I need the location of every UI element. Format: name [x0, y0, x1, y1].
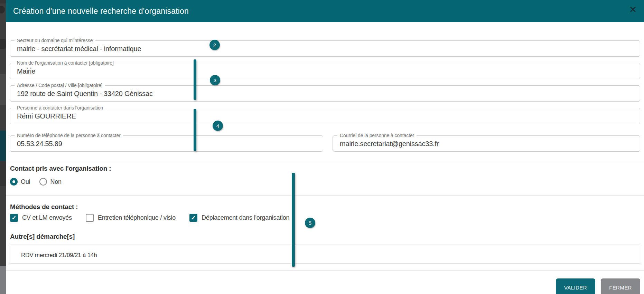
phone-field-value: 05.53.24.55.89 [17, 140, 62, 148]
other-steps-value: RDV mercredi 21/09/21 à 14h [21, 252, 97, 259]
sector-field-value: mairie - secrétariat médical - informati… [17, 45, 141, 53]
footer-divider [6, 270, 644, 271]
background-fragment [0, 6, 5, 13]
background-fragment [0, 266, 6, 294]
background-fragment [0, 131, 6, 161]
organization-name-value: Mairie [17, 67, 35, 75]
sector-field-label: Secteur ou domaine qui m'intéresse [15, 38, 95, 43]
phone-field[interactable]: Numéro de téléphone de la personne à con… [10, 135, 323, 152]
validate-button[interactable]: VALIDER [556, 278, 595, 294]
checkbox-option-label: Entretien téléphonique / visio [98, 214, 176, 221]
annotation-badge-4: 4 [213, 121, 223, 131]
checkbox-option-label: CV et LM envoyés [22, 214, 72, 221]
other-section-heading: Autre[s] démarche[s] [10, 233, 75, 240]
contact-person-label: Personne à contacter dans l'organisation [15, 105, 105, 111]
annotation-badge-5: 5 [305, 218, 315, 228]
radio-unselected-icon[interactable] [39, 178, 47, 186]
background-fragment [0, 0, 6, 3]
checkbox-option-cv-lm[interactable]: ✓ CV et LM envoyés [10, 214, 72, 222]
background-page-strip [0, 0, 6, 294]
address-field-label: Adresse / Code postal / Ville [obligatoi… [15, 83, 105, 88]
methods-section-heading: Méthodes de contact : [10, 203, 78, 211]
radio-selected-icon[interactable] [10, 178, 18, 186]
email-field[interactable]: Courriel de la personne à contacter mair… [333, 135, 640, 152]
email-field-value: mairie.secretariat@genissac33.fr [340, 140, 439, 148]
radio-option-oui[interactable]: Oui [10, 178, 30, 186]
close-icon[interactable]: ✕ [627, 3, 639, 16]
annotation-bar-4 [194, 109, 196, 151]
background-fragment [0, 161, 6, 186]
dialog-title: Création d'une nouvelle recherche d'orga… [13, 7, 189, 16]
organization-name-field[interactable]: Nom de l'organisation à contacter [oblig… [10, 63, 640, 79]
radio-option-label: Oui [21, 178, 30, 186]
background-fragment [0, 74, 6, 105]
address-field-value: 192 route de Saint Quentin - 33420 Génis… [17, 89, 153, 97]
checkbox-unchecked-icon[interactable] [86, 214, 94, 222]
contact-person-field[interactable]: Personne à contacter dans l'organisation… [10, 108, 640, 124]
annotation-bar-3 [194, 59, 196, 100]
email-field-label: Courriel de la personne à contacter [337, 133, 417, 138]
checkbox-checked-icon[interactable]: ✓ [189, 214, 197, 222]
dialog-header: Création d'une nouvelle recherche d'orga… [6, 0, 644, 22]
contact-person-value: Rémi GOURRIERE [17, 112, 76, 120]
radio-option-label: Non [50, 178, 61, 186]
sector-field[interactable]: Secteur ou domaine qui m'intéresse mairi… [10, 40, 640, 57]
other-steps-textarea[interactable]: RDV mercredi 21/09/21 à 14h [10, 245, 640, 264]
annotation-badge-3: 3 [210, 75, 220, 85]
section-divider [6, 161, 644, 161]
contact-radio-group: Oui Non [10, 178, 62, 186]
close-button[interactable]: FERMER [601, 278, 640, 294]
checkbox-option-label: Déplacement dans l'organisation [202, 214, 289, 221]
section-divider [6, 195, 644, 196]
radio-option-non[interactable]: Non [39, 178, 61, 186]
contact-section-heading: Contact pris avec l'organisation : [10, 165, 111, 172]
address-field[interactable]: Adresse / Code postal / Ville [obligatoi… [10, 85, 640, 102]
background-fragment [0, 39, 6, 49]
methods-checkbox-group: ✓ CV et LM envoyés Entretien téléphoniqu… [10, 214, 303, 222]
checkbox-option-entretien[interactable]: Entretien téléphonique / visio [86, 214, 176, 222]
create-organization-search-dialog: Création d'une nouvelle recherche d'orga… [6, 0, 644, 294]
organization-name-label: Nom de l'organisation à contacter [oblig… [15, 60, 116, 66]
checkbox-option-deplacement[interactable]: ✓ Déplacement dans l'organisation [189, 214, 289, 222]
phone-field-label: Numéro de téléphone de la personne à con… [15, 133, 123, 138]
checkbox-checked-icon[interactable]: ✓ [10, 214, 18, 222]
annotation-bar-5 [292, 173, 295, 267]
annotation-badge-2: 2 [209, 40, 220, 50]
